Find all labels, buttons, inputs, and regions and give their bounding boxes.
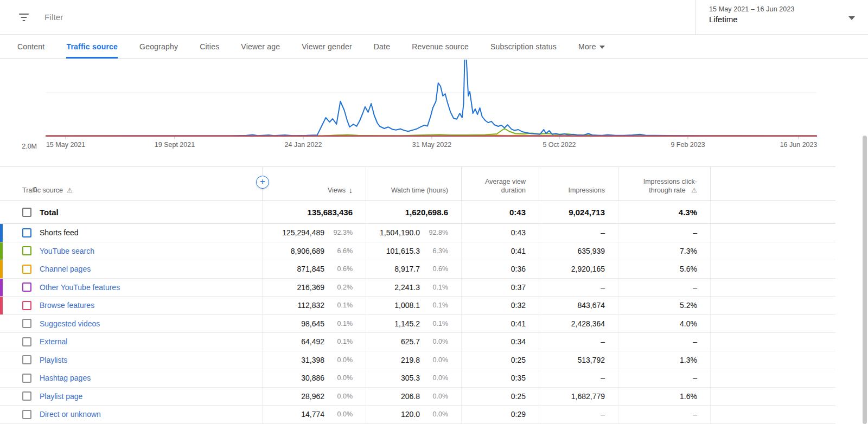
table-row[interactable]: Suggested videos 98,6450.1% 1,145.20.1% … <box>0 315 835 333</box>
watch-time-value: 120.0 <box>401 410 420 419</box>
table-row[interactable]: YouTube search 8,906,6896.6% 101,615.36.… <box>0 242 835 261</box>
cell-impressions-ctr: – <box>618 369 710 387</box>
add-metric-button[interactable]: + <box>256 176 269 189</box>
cell-views: 871,8450.6% <box>262 260 366 278</box>
traffic-source-link[interactable]: Direct or unknown <box>40 410 101 419</box>
row-checkbox[interactable] <box>22 301 31 310</box>
table-row[interactable]: Channel pages 871,8450.6% 8,917.70.6% 0:… <box>0 260 835 279</box>
views-value: 125,294,489 <box>282 228 324 237</box>
cell-empty <box>710 242 835 260</box>
series-color-bar <box>0 297 3 314</box>
cell-traffic-source: Channel pages <box>0 260 262 278</box>
row-checkbox[interactable] <box>22 265 31 274</box>
traffic-source-link[interactable]: Hashtag pages <box>40 374 91 382</box>
traffic-source-link[interactable]: Suggested videos <box>40 319 100 328</box>
x-tick-label: 24 Jan 2022 <box>285 141 322 149</box>
date-period-label: Lifetime <box>709 15 856 24</box>
sort-desc-icon: ↓ <box>349 186 353 195</box>
tab-more[interactable]: More <box>578 35 605 58</box>
traffic-source-link[interactable]: Other YouTube features <box>40 283 120 292</box>
cell-avg-view-duration: 0:43 <box>461 224 539 242</box>
tab-label: Cities <box>200 42 219 51</box>
views-percent: 0.6% <box>324 265 353 273</box>
tab-traffic-source[interactable]: Traffic source <box>66 35 118 58</box>
tab-cities[interactable]: Cities <box>200 35 219 58</box>
watch-time-value: 8,917.7 <box>394 265 420 273</box>
tab-label: Viewer age <box>241 42 280 51</box>
vertical-scrollbar[interactable] <box>863 136 867 424</box>
col-header-views[interactable]: Views ↓ <box>262 167 366 201</box>
watch-time-value: 625.7 <box>401 337 420 346</box>
traffic-source-link[interactable]: YouTube search <box>40 247 94 255</box>
watch-time-percent: 0.0% <box>420 374 448 382</box>
row-checkbox[interactable] <box>22 282 31 292</box>
series-color-bar <box>0 224 3 242</box>
traffic-source-link[interactable]: Playlist page <box>40 392 82 401</box>
col-header-impressions-ctr[interactable]: Impressions click-through rate ⚠ <box>618 167 710 201</box>
cell-avg-view-duration: 0:25 <box>461 351 539 369</box>
table-row[interactable]: Direct or unknown 14,7740.0% 120.00.0% 0… <box>0 406 835 424</box>
row-checkbox[interactable] <box>22 246 31 255</box>
date-range-selector[interactable]: 15 May 2021 – 16 Jun 2023 Lifetime <box>695 0 868 35</box>
row-checkbox[interactable] <box>22 391 31 401</box>
traffic-source-chart: 2.0M 0 15 May 202119 Sept 202124 Jan 202… <box>0 59 868 157</box>
tab-viewer-gender[interactable]: Viewer gender <box>302 35 352 58</box>
views-value: 64,492 <box>301 337 324 346</box>
traffic-source-link[interactable]: Playlists <box>40 356 67 364</box>
views-value: 28,962 <box>301 392 324 401</box>
col-header-avg-view-duration[interactable]: Average view duration <box>461 167 539 201</box>
row-checkbox[interactable] <box>22 355 31 364</box>
cell-empty <box>710 333 835 351</box>
watch-time-value: 1,008.1 <box>394 301 420 310</box>
row-checkbox[interactable] <box>22 337 31 346</box>
col-header-impressions[interactable]: Impressions <box>539 167 618 201</box>
tab-geography[interactable]: Geography <box>139 35 178 58</box>
tab-viewer-age[interactable]: Viewer age <box>241 35 280 58</box>
table-row[interactable]: Shorts feed 125,294,48992.3% 1,504,190.0… <box>0 224 835 242</box>
table-row[interactable]: Browse features 112,8320.1% 1,008.10.1% … <box>0 297 835 315</box>
total-checkbox[interactable] <box>22 208 31 217</box>
tab-label: Geography <box>139 42 178 51</box>
table-row[interactable]: Playlists 31,3980.0% 219.80.0% 0:25 513,… <box>0 351 835 370</box>
views-percent: 0.0% <box>324 410 353 418</box>
watch-time-value: 1,145.2 <box>394 319 420 328</box>
col-header-watch-time[interactable]: Watch time (hours) <box>366 167 461 201</box>
views-percent: 0.0% <box>324 356 353 364</box>
filter-placeholder: Filter <box>44 12 63 22</box>
traffic-source-link[interactable]: Channel pages <box>40 265 91 273</box>
tab-subscription-status[interactable]: Subscription status <box>490 35 557 58</box>
table-row[interactable]: External 64,4920.1% 625.70.0% 0:34 – – <box>0 333 835 351</box>
table-row[interactable]: Hashtag pages 30,8860.0% 305.30.0% 0:35 … <box>0 369 835 388</box>
row-checkbox[interactable] <box>22 374 31 383</box>
traffic-source-link[interactable]: Shorts feed <box>40 228 79 237</box>
row-checkbox[interactable] <box>22 319 31 328</box>
table-row[interactable]: Playlist page 28,9620.0% 206.80.0% 0:25 … <box>0 388 835 406</box>
cell-avg-view-duration: 0:35 <box>461 369 539 387</box>
tab-revenue-source[interactable]: Revenue source <box>412 35 469 58</box>
tab-label: Viewer gender <box>302 42 352 51</box>
cell-traffic-source: Browse features <box>0 297 262 314</box>
row-checkbox[interactable] <box>22 228 31 237</box>
cell-impressions-ctr: – <box>618 406 710 423</box>
cell-impressions: – <box>539 279 618 297</box>
tab-date[interactable]: Date <box>374 35 390 58</box>
row-checkbox[interactable] <box>22 410 31 419</box>
table-body: Shorts feed 125,294,48992.3% 1,504,190.0… <box>0 224 835 424</box>
col-header-traffic-source[interactable]: Traffic source ⚠ <box>0 167 262 201</box>
cell-avg-view-duration: 0:41 <box>461 315 539 333</box>
total-cell-ctr: 4.3% <box>618 201 710 223</box>
tab-label: Traffic source <box>66 42 118 51</box>
filter-input[interactable]: Filter <box>0 12 695 22</box>
watch-time-value: 305.3 <box>401 374 420 382</box>
cell-watch-time: 8,917.70.6% <box>366 260 461 278</box>
table-row[interactable]: Other YouTube features 216,3690.2% 2,241… <box>0 279 835 297</box>
table-header-row: Traffic source ⚠ Views ↓ Watch time (hou… <box>0 166 835 201</box>
top-filter-bar: Filter 15 May 2021 – 16 Jun 2023 Lifetim… <box>0 0 868 35</box>
traffic-source-link[interactable]: External <box>40 337 67 346</box>
tab-content[interactable]: Content <box>17 35 44 58</box>
views-percent: 0.2% <box>324 284 353 291</box>
x-tick-label: 15 May 2021 <box>46 141 85 149</box>
cell-traffic-source: Direct or unknown <box>0 406 262 423</box>
cell-impressions: 635,939 <box>539 242 618 260</box>
traffic-source-link[interactable]: Browse features <box>40 301 94 310</box>
